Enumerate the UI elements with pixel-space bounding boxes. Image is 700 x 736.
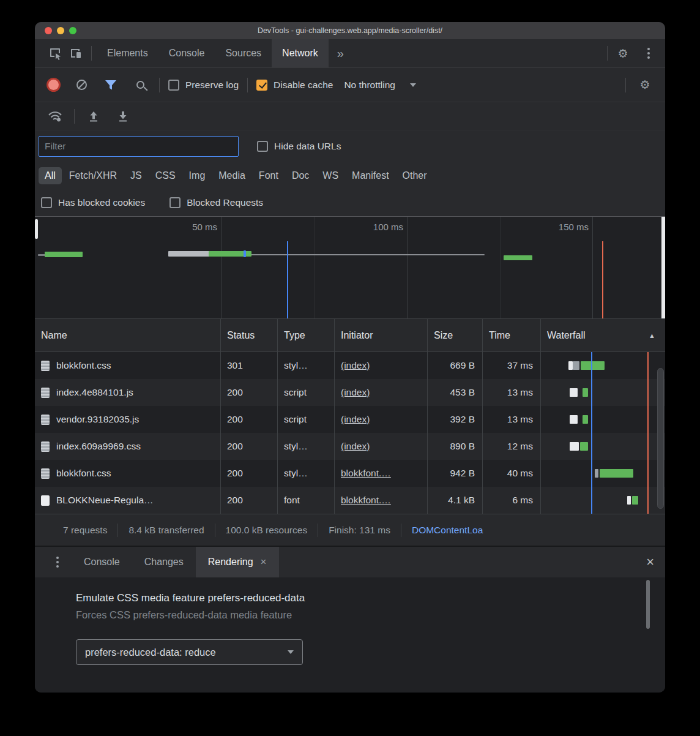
- network-settings-gear-icon[interactable]: ⚙: [635, 75, 655, 95]
- filter-pill-fetch-xhr[interactable]: Fetch/XHR: [63, 167, 123, 184]
- table-row[interactable]: vendor.93182035.js 200 script (index) 39…: [35, 406, 665, 433]
- clear-network-log-icon[interactable]: [71, 75, 92, 95]
- filter-pill-all[interactable]: All: [39, 167, 62, 184]
- waterfall-bar: [568, 361, 573, 370]
- column-header-waterfall[interactable]: Waterfall ▲: [541, 319, 665, 351]
- prefers-reduced-data-select[interactable]: prefers-reduced-data: reduce: [76, 639, 303, 665]
- drawer-menu-kebab-icon[interactable]: [51, 552, 64, 572]
- has-blocked-cookies-checkbox[interactable]: Has blocked cookies: [41, 197, 145, 208]
- inspect-element-icon[interactable]: [45, 43, 65, 63]
- file-icon: [41, 495, 50, 506]
- waterfall-cell: [541, 379, 665, 406]
- tab-sources[interactable]: Sources: [215, 39, 272, 67]
- divider: [625, 78, 626, 92]
- tab-console[interactable]: Console: [158, 39, 215, 67]
- overview-bar: [504, 255, 532, 260]
- filter-pill-doc[interactable]: Doc: [286, 167, 315, 184]
- initiator-cell: (index): [335, 352, 428, 379]
- column-header-time[interactable]: Time: [483, 319, 541, 351]
- waterfall-bar: [573, 361, 579, 370]
- overview-handle-left[interactable]: [35, 219, 38, 239]
- main-menu-kebab-icon[interactable]: [638, 43, 659, 63]
- close-tab-icon[interactable]: ×: [261, 556, 267, 568]
- initiator-cell: blokkfont.…: [335, 487, 428, 514]
- drawer-tab-label: Rendering: [208, 557, 253, 568]
- disable-cache-label: Disable cache: [274, 80, 333, 91]
- table-row[interactable]: blokkfont.css 200 styl… blokkfont.… 942 …: [35, 460, 665, 487]
- initiator-link[interactable]: blokkfont.…: [341, 495, 391, 506]
- more-tabs-icon[interactable]: »: [329, 47, 352, 61]
- initiator-link[interactable]: (index): [341, 441, 370, 452]
- blocked-requests-checkbox[interactable]: Blocked Requests: [169, 197, 263, 208]
- filter-pill-font[interactable]: Font: [253, 167, 285, 184]
- filter-pill-img[interactable]: Img: [183, 167, 212, 184]
- filter-pill-js[interactable]: JS: [124, 167, 148, 184]
- initiator-link[interactable]: (index): [341, 360, 370, 371]
- tab-elements[interactable]: Elements: [97, 39, 158, 67]
- hide-data-urls-checkbox[interactable]: Hide data URLs: [257, 141, 341, 152]
- preserve-log-checkbox[interactable]: Preserve log: [168, 80, 239, 91]
- table-scrollbar-thumb[interactable]: [657, 368, 664, 509]
- column-header-name[interactable]: Name: [35, 319, 221, 351]
- tab-network[interactable]: Network: [272, 39, 329, 67]
- chevron-down-icon: [410, 83, 416, 87]
- rendering-panel: Emulate CSS media feature prefers-reduce…: [35, 577, 665, 693]
- table-row[interactable]: BLOKKNeue-Regula… 200 font blokkfont.… 4…: [35, 487, 665, 514]
- network-overview-timeline[interactable]: 50 ms 100 ms 150 ms: [35, 216, 665, 319]
- column-header-type[interactable]: Type: [278, 319, 335, 351]
- throttling-select[interactable]: No throttling: [341, 80, 419, 91]
- timeline-gridline: [592, 217, 593, 318]
- size-cell: 890 B: [428, 433, 483, 460]
- requests-table: Name Status Type Initiator Size Time Wat…: [35, 319, 665, 514]
- waterfall-bar: [583, 415, 588, 424]
- zoom-window-button[interactable]: [69, 27, 76, 34]
- timeline-tick-label: 150 ms: [35, 222, 589, 232]
- drawer-scrollbar-thumb[interactable]: [646, 580, 650, 629]
- waterfall-bar: [583, 388, 588, 397]
- device-toolbar-icon[interactable]: [65, 43, 86, 63]
- drawer-tab-changes[interactable]: Changes: [132, 547, 196, 577]
- blocked-filters-row: Has blocked cookies Blocked Requests: [35, 189, 665, 216]
- overview-handle-right[interactable]: [661, 217, 665, 318]
- column-header-size[interactable]: Size: [428, 319, 483, 351]
- filter-pill-css[interactable]: CSS: [149, 167, 182, 184]
- minimize-window-button[interactable]: [57, 27, 64, 34]
- waterfall-cell: [541, 352, 665, 379]
- select-value: prefers-reduced-data: reduce: [85, 647, 216, 658]
- filter-funnel-icon[interactable]: [100, 75, 121, 95]
- close-window-button[interactable]: [45, 27, 52, 34]
- drawer-tabbar: Console Changes Rendering × ×: [35, 546, 665, 577]
- initiator-link[interactable]: blokkfont.…: [341, 468, 391, 479]
- import-har-icon[interactable]: [83, 107, 104, 126]
- filter-pill-media[interactable]: Media: [212, 167, 251, 184]
- column-header-status[interactable]: Status: [221, 319, 278, 351]
- filter-pill-ws[interactable]: WS: [316, 167, 344, 184]
- filter-pill-other[interactable]: Other: [397, 167, 433, 184]
- filter-input[interactable]: [39, 136, 239, 157]
- export-har-icon[interactable]: [113, 107, 133, 126]
- filter-pill-manifest[interactable]: Manifest: [346, 167, 395, 184]
- disable-cache-checkbox[interactable]: Disable cache: [256, 80, 333, 91]
- table-row[interactable]: index.4e884101.js 200 script (index) 453…: [35, 379, 665, 406]
- initiator-link[interactable]: (index): [341, 414, 370, 425]
- table-row[interactable]: index.609a9969.css 200 styl… (index) 890…: [35, 433, 665, 460]
- initiator-link[interactable]: (index): [341, 387, 370, 398]
- drawer-tab-rendering[interactable]: Rendering ×: [196, 547, 279, 577]
- size-cell: 942 B: [428, 460, 483, 487]
- network-conditions-icon[interactable]: [45, 107, 65, 126]
- initiator-cell: blokkfont.…: [335, 460, 428, 487]
- file-icon: [41, 415, 50, 425]
- search-icon[interactable]: [130, 75, 151, 95]
- record-network-log-button[interactable]: [48, 80, 59, 90]
- transferred-size: 8.4 kB transferred: [128, 525, 204, 536]
- waterfall-bar: [581, 361, 605, 370]
- table-row[interactable]: blokkfont.css 301 styl… (index) 669 B 37…: [35, 352, 665, 379]
- settings-gear-icon[interactable]: ⚙: [612, 43, 633, 63]
- request-name: blokkfont.css: [56, 360, 111, 371]
- column-header-initiator[interactable]: Initiator: [335, 319, 428, 351]
- window-controls: [45, 27, 76, 34]
- close-drawer-icon[interactable]: ×: [646, 554, 654, 570]
- drawer-tab-console[interactable]: Console: [72, 547, 132, 577]
- main-tabbar: Elements Console Sources Network » ⚙: [35, 39, 665, 68]
- column-header-label: Waterfall: [547, 330, 586, 341]
